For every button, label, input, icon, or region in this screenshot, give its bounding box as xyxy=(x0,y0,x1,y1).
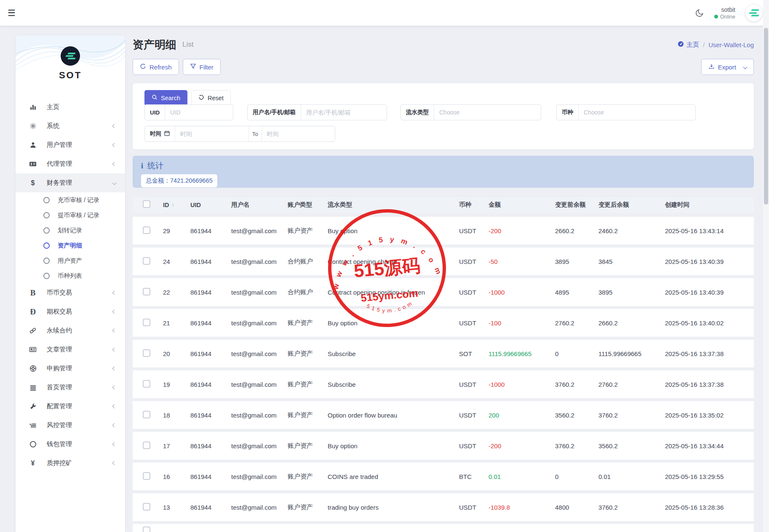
row-checkbox[interactable] xyxy=(143,527,150,532)
sidebar-item-article-management[interactable]: 文章管理 xyxy=(16,340,125,359)
breadcrumb-current[interactable]: User-Wallet-Log xyxy=(708,41,754,48)
sidebar-item-staking-mining[interactable]: ¥质押挖矿 xyxy=(16,454,125,473)
cell-after-balance: 0.01 xyxy=(598,473,665,480)
toolbar: Refresh Filter xyxy=(133,59,221,75)
cell-after-balance: 3560.2 xyxy=(598,442,665,450)
cell-before-balance: 4895 xyxy=(555,289,598,296)
table-row: 22861944test@gmail.com合约账户Contract openi… xyxy=(133,278,754,306)
sidebar-item-options-trading[interactable]: Ɖ期权交易 xyxy=(16,302,125,321)
cell-id: 19 xyxy=(163,381,190,388)
refresh-button[interactable]: Refresh xyxy=(133,59,179,75)
sidebar-item-agent-management[interactable]: 代理管理 xyxy=(16,154,125,173)
sidebar-item-homepage-management[interactable]: 首页管理 xyxy=(16,378,125,397)
cell-flow-type: Contract opening charge xyxy=(328,258,459,265)
filter-user-input[interactable] xyxy=(301,105,387,120)
total-amount-label: 总金额： xyxy=(146,177,170,184)
row-checkbox[interactable] xyxy=(143,503,150,511)
cell-account-type: 合约账户 xyxy=(288,258,328,266)
cell-before-balance: 0 xyxy=(555,473,598,480)
sidebar-subitem-deposit-review[interactable]: 充币审核 / 记录 xyxy=(16,192,125,207)
cell-id: 29 xyxy=(163,227,190,234)
cell-id: 18 xyxy=(163,412,190,419)
sidebar-item-wallet-management[interactable]: 钱包管理 xyxy=(16,435,125,454)
filter-flow-type-select[interactable]: Choose xyxy=(434,105,541,120)
select-all-checkbox[interactable] xyxy=(143,200,150,208)
chevron-left-icon xyxy=(112,367,117,371)
sidebar-item-risk-management[interactable]: 风控管理 xyxy=(16,416,125,435)
sidebar-item-config-management[interactable]: 配置管理 xyxy=(16,397,125,416)
cell-username: test@gmail.com xyxy=(231,319,288,327)
user-info[interactable]: sotbit Online xyxy=(714,6,735,20)
sidebar-subitem-transfer-records[interactable]: 划转记录 xyxy=(16,223,125,238)
row-checkbox[interactable] xyxy=(143,319,150,326)
sidebar-item-perpetual-contract[interactable]: 永续合约 xyxy=(16,321,125,340)
cell-amount: 1115.99669665 xyxy=(489,350,555,357)
sidebar-item-subscription-management[interactable]: 申购管理 xyxy=(16,359,125,378)
row-checkbox[interactable] xyxy=(143,288,150,295)
cell-uid: 861944 xyxy=(190,258,231,265)
date-to-input[interactable] xyxy=(262,126,335,141)
dark-mode-toggle-icon[interactable] xyxy=(695,8,704,18)
table-row: 19861944test@gmail.com账户资产SubscribeUSDT-… xyxy=(133,370,754,398)
cell-coin: USDT xyxy=(459,504,489,511)
filter-label-coin: 币种 xyxy=(557,105,579,120)
sidebar-item-finance-management[interactable]: $财务管理 xyxy=(16,173,125,192)
sidebar-item-label: 期权交易 xyxy=(47,308,72,316)
row-checkbox[interactable] xyxy=(143,349,150,357)
date-from-input[interactable] xyxy=(175,126,248,141)
sidebar-subitem-label: 提币审核 / 记录 xyxy=(58,211,99,219)
chevron-left-icon xyxy=(112,404,117,409)
sidebar-subitem-coin-list[interactable]: 币种列表 xyxy=(16,268,125,283)
column-header-uid: UID xyxy=(190,202,231,208)
row-checkbox[interactable] xyxy=(143,226,150,234)
row-checkbox[interactable] xyxy=(143,257,150,265)
sidebar-item-spot-trading[interactable]: B币币交易 xyxy=(16,283,125,302)
cell-id: 17 xyxy=(163,442,190,450)
export-button[interactable]: Export xyxy=(701,59,754,75)
cell-after-balance: 1115.99669665 xyxy=(598,350,665,357)
sidebar-subitem-withdraw-review[interactable]: 提币审核 / 记录 xyxy=(16,207,125,223)
cell-before-balance: 0 xyxy=(555,350,598,357)
sidebar-item-label: 钱包管理 xyxy=(47,440,72,448)
table-row: 20861944test@gmail.com账户资产SubscribeSOT11… xyxy=(133,340,754,367)
row-checkbox-cell xyxy=(133,257,163,266)
sidebar-item-label: 文章管理 xyxy=(47,346,72,354)
row-checkbox[interactable] xyxy=(143,472,150,480)
hamburger-menu-icon[interactable]: ☰ xyxy=(8,8,16,18)
row-checkbox-cell xyxy=(133,503,163,512)
cell-amount: 200 xyxy=(489,412,555,419)
row-checkbox[interactable] xyxy=(143,411,150,418)
sidebar-item-user-management[interactable]: 用户管理 xyxy=(16,136,125,154)
sidebar-subitem-user-assets[interactable]: 用户资产 xyxy=(16,253,125,268)
cell-uid: 861944 xyxy=(190,412,231,419)
avatar[interactable] xyxy=(745,5,762,21)
filter-uid-input[interactable] xyxy=(165,105,233,120)
filter-coin-select[interactable]: Choose xyxy=(579,105,695,120)
sidebar-subitem-asset-details[interactable]: 资产明细 xyxy=(16,238,125,253)
filter-group-user: 用户名/手机/邮箱 xyxy=(247,104,387,120)
cell-before-balance: 2660.2 xyxy=(555,227,598,234)
filter-button[interactable]: Filter xyxy=(183,59,221,75)
cell-flow-type: Buy option xyxy=(328,227,459,234)
sidebar-item-label: 配置管理 xyxy=(47,402,72,410)
scrollbar-track xyxy=(763,0,769,532)
topbar: ☰ sotbit Online xyxy=(0,0,769,26)
sort-ascending-icon[interactable]: ↑ xyxy=(172,202,175,208)
cell-coin: USDT xyxy=(459,381,489,388)
cell-coin: SOT xyxy=(459,350,489,357)
column-header-before-balance: 变更前余额 xyxy=(555,201,598,209)
search-button[interactable]: Search xyxy=(144,90,187,106)
breadcrumb-home[interactable]: 主页 xyxy=(678,41,699,49)
sidebar-brand: SOT xyxy=(16,35,125,91)
row-checkbox-cell xyxy=(133,380,163,389)
scrollbar-thumb[interactable] xyxy=(764,28,768,205)
cell-account-type: 账户资产 xyxy=(288,442,328,450)
cell-uid: 861944 xyxy=(190,381,231,388)
row-checkbox[interactable] xyxy=(143,380,150,388)
row-checkbox[interactable] xyxy=(143,442,150,449)
reset-button[interactable]: Reset xyxy=(191,90,231,106)
cell-account-type: 账户资产 xyxy=(288,380,328,388)
sidebar-item-home[interactable]: 主页 xyxy=(16,98,125,117)
search-panel: Search Reset UID用户名/手机/邮箱流水类型Choose币种Cho… xyxy=(133,83,754,149)
sidebar-item-system[interactable]: 系统 xyxy=(16,117,125,136)
